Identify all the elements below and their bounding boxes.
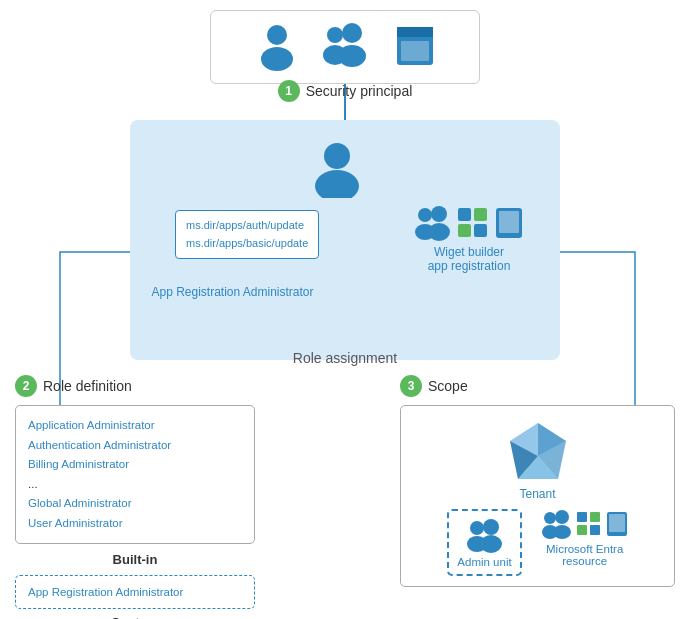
svg-point-5 <box>261 47 293 71</box>
role-def-title: Role definition <box>43 378 132 394</box>
builtin-roles-box: Application Administrator Authentication… <box>15 405 255 544</box>
svg-point-37 <box>555 510 569 524</box>
svg-rect-22 <box>474 224 487 237</box>
admin-unit-label: Admin unit <box>457 556 511 568</box>
role-item-app-reg-admin[interactable]: App Registration Administrator <box>28 586 242 598</box>
role-item-global-admin[interactable]: Global Administrator <box>28 494 242 514</box>
svg-point-17 <box>431 206 447 222</box>
svg-rect-24 <box>499 211 519 233</box>
role-ellipsis: ... <box>28 475 242 495</box>
builtin-label: Built-in <box>15 552 255 567</box>
entra-grid-icon <box>576 511 602 537</box>
widget-builder: Wiget builder app registration <box>415 205 523 273</box>
svg-point-34 <box>480 535 502 553</box>
svg-point-18 <box>428 223 450 241</box>
role-item-auth-admin[interactable]: Authentication Administrator <box>28 436 242 456</box>
admin-unit-icon <box>465 517 505 553</box>
svg-point-8 <box>342 23 362 43</box>
security-principal-box <box>210 10 480 84</box>
role-item-app-admin[interactable]: Application Administrator <box>28 416 242 436</box>
scope-section: 3 Scope Tenant <box>400 375 675 599</box>
user-icon <box>255 21 300 71</box>
svg-rect-11 <box>397 27 433 37</box>
diagram: 1 Security principal ms.dir/apps/auth/up… <box>0 0 690 619</box>
group-icon <box>320 21 375 71</box>
svg-point-38 <box>553 525 571 539</box>
svg-rect-40 <box>590 512 600 522</box>
entra-resource: Microsoft Entra resource <box>542 509 628 567</box>
scope-header: 3 Scope <box>400 375 675 397</box>
role-item-user-admin[interactable]: User Administrator <box>28 514 242 534</box>
role-assignment-label: Role assignment <box>130 350 560 366</box>
tenant-label: Tenant <box>519 487 555 501</box>
svg-rect-19 <box>458 208 471 221</box>
svg-rect-41 <box>577 525 587 535</box>
app-reg-box: ms.dir/apps/auth/update ms.dir/apps/basi… <box>175 210 319 259</box>
badge-1: 1 <box>278 80 300 102</box>
admin-unit-box: Admin unit <box>447 509 521 576</box>
svg-point-35 <box>544 512 556 524</box>
role-person-icon <box>310 140 365 198</box>
svg-point-6 <box>327 27 343 43</box>
svg-point-9 <box>338 45 366 67</box>
svg-point-15 <box>418 208 432 222</box>
app-reg-label: App Registration Administrator <box>145 285 320 299</box>
custom-label: Custom <box>15 615 255 619</box>
svg-rect-39 <box>577 512 587 522</box>
svg-point-31 <box>470 521 484 535</box>
badge-2: 2 <box>15 375 37 397</box>
security-principal-label: 1 Security principal <box>210 80 480 102</box>
entra-tablet-icon <box>606 511 628 537</box>
security-principal-text: Security principal <box>306 83 413 99</box>
app-reg-line1: ms.dir/apps/auth/update <box>186 217 308 235</box>
svg-rect-42 <box>590 525 600 535</box>
svg-point-13 <box>324 143 350 169</box>
tenant-icon <box>508 421 568 483</box>
role-definition-section: 2 Role definition Application Administra… <box>15 375 255 619</box>
role-person <box>310 140 365 198</box>
entra-label: Microsoft Entra resource <box>546 543 623 567</box>
role-def-header: 2 Role definition <box>15 375 255 397</box>
role-item-billing[interactable]: Billing Administrator <box>28 455 242 475</box>
svg-rect-12 <box>401 41 429 61</box>
widget-builder-text: Wiget builder app registration <box>428 245 511 273</box>
svg-point-33 <box>483 519 499 535</box>
scope-row: Admin unit <box>447 509 627 576</box>
widget-tablet-icon <box>495 207 523 239</box>
badge-3: 3 <box>400 375 422 397</box>
scope-title: Scope <box>428 378 468 394</box>
entra-person-icon <box>542 509 572 539</box>
custom-roles-box: App Registration Administrator <box>15 575 255 609</box>
svg-rect-21 <box>458 224 471 237</box>
app-reg-line2: ms.dir/apps/basic/update <box>186 235 308 253</box>
svg-rect-20 <box>474 208 487 221</box>
widget-grid-icon <box>457 207 489 239</box>
svg-point-14 <box>315 170 359 198</box>
app-icon <box>395 25 435 67</box>
widget-person-icon <box>415 205 451 241</box>
scope-inner-box: Tenant Admin unit <box>400 405 675 587</box>
svg-rect-44 <box>609 514 625 532</box>
svg-point-4 <box>267 25 287 45</box>
